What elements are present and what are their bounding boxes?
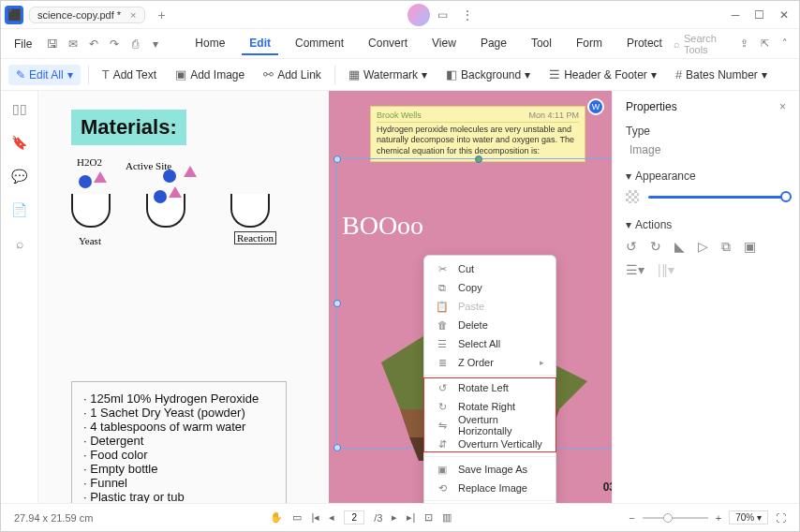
action-rotate-right-icon[interactable]: ↻ bbox=[650, 239, 661, 255]
ctx-rotate-right[interactable]: ↻Rotate Right bbox=[424, 397, 556, 416]
rotate-right-icon: ↻ bbox=[436, 401, 449, 413]
close-tab-icon[interactable]: × bbox=[130, 9, 136, 21]
label-yeast: Yeast bbox=[79, 235, 101, 246]
last-page-icon[interactable]: ▸| bbox=[407, 511, 415, 524]
tab-edit[interactable]: Edit bbox=[242, 33, 278, 55]
background-button[interactable]: ◧Background▾ bbox=[440, 64, 536, 85]
search-icon: ⌕ bbox=[674, 38, 680, 50]
tab-tool[interactable]: Tool bbox=[524, 33, 559, 55]
redo-icon[interactable]: ↷ bbox=[105, 35, 124, 53]
page-input[interactable] bbox=[344, 510, 364, 525]
bates-number-button[interactable]: #Bates Number▾ bbox=[670, 64, 773, 85]
sketch-diagram: H2O2 Active Site Yeast Reaction bbox=[71, 156, 287, 259]
actions-section[interactable]: ▾Actions bbox=[626, 218, 786, 231]
sticky-note[interactable]: Brook Wells Mon 4:11 PM Hydrogen peroxid… bbox=[370, 106, 585, 162]
document-canvas[interactable]: Materials: H2O2 Active Site Yeast Reacti… bbox=[38, 91, 612, 503]
chevron-down-icon: ▾ bbox=[626, 218, 631, 231]
comment-icon[interactable]: 💬 bbox=[11, 168, 28, 185]
collapse-ribbon-icon[interactable]: ˄ bbox=[777, 36, 793, 52]
ctx-paste: 📋Paste bbox=[424, 297, 556, 316]
more-icon[interactable]: ⋮ bbox=[456, 4, 479, 26]
search-pane-icon[interactable]: ⌕ bbox=[11, 235, 28, 252]
ctx-save-image[interactable]: ▣Save Image As bbox=[424, 460, 556, 479]
word-badge-icon[interactable]: W bbox=[587, 98, 604, 115]
document-tab[interactable]: science-copy.pdf * × bbox=[29, 7, 145, 23]
action-replace-icon[interactable]: ▣ bbox=[744, 239, 756, 255]
pencil-icon: ✎ bbox=[16, 68, 25, 81]
maximize-button[interactable]: ☐ bbox=[748, 4, 771, 26]
opacity-slider[interactable] bbox=[648, 196, 786, 199]
page-left-content: Materials: H2O2 Active Site Yeast Reacti… bbox=[71, 110, 287, 503]
tab-comment[interactable]: Comment bbox=[288, 33, 351, 55]
search-tools[interactable]: ⌕ Search Tools bbox=[674, 33, 722, 55]
bates-icon: # bbox=[675, 67, 682, 81]
tab-home[interactable]: Home bbox=[187, 33, 232, 55]
tab-page[interactable]: Page bbox=[473, 33, 514, 55]
minimize-button[interactable]: ─ bbox=[724, 4, 747, 26]
next-page-icon[interactable]: ▸ bbox=[392, 511, 397, 524]
zoom-value[interactable]: 70% ▾ bbox=[729, 510, 768, 525]
thumbnails-icon[interactable]: ▯▯ bbox=[11, 100, 28, 117]
select-tool-icon[interactable]: ▭ bbox=[292, 511, 302, 524]
menu-chevron-icon[interactable]: ▾ bbox=[146, 35, 165, 53]
ctx-overturn-h[interactable]: ⇋Overturn Horizontally bbox=[424, 416, 556, 435]
zoom-slider[interactable] bbox=[643, 517, 708, 519]
page-total: /3 bbox=[374, 512, 382, 524]
action-flip-h-icon[interactable]: ◣ bbox=[674, 239, 685, 255]
tab-convert[interactable]: Convert bbox=[361, 33, 415, 55]
prev-page-icon[interactable]: ◂ bbox=[329, 511, 334, 524]
tab-protect[interactable]: Protect bbox=[619, 33, 670, 55]
boo-text: BOOoo bbox=[342, 211, 423, 241]
tab-form[interactable]: Form bbox=[569, 33, 610, 55]
undo-icon[interactable]: ↶ bbox=[84, 35, 103, 53]
ctx-cut[interactable]: ✂Cut bbox=[424, 259, 556, 278]
add-link-button[interactable]: ⚯Add Link bbox=[258, 64, 327, 85]
file-menu[interactable]: File bbox=[7, 34, 39, 54]
header-icon: ☰ bbox=[549, 67, 560, 81]
search-placeholder: Search Tools bbox=[684, 33, 722, 55]
close-panel-icon[interactable]: × bbox=[779, 100, 786, 113]
ctx-copy[interactable]: ⧉Copy bbox=[424, 278, 556, 297]
rotate-left-icon: ↺ bbox=[436, 382, 449, 394]
fit-width-icon[interactable]: ⊡ bbox=[424, 511, 433, 524]
first-page-icon[interactable]: |◂ bbox=[311, 511, 319, 524]
mail-icon[interactable]: ✉ bbox=[64, 35, 82, 53]
avatar-icon[interactable] bbox=[407, 4, 430, 26]
edit-all-button[interactable]: ✎ Edit All ▾ bbox=[8, 65, 81, 85]
fit-page-icon[interactable]: ▥ bbox=[442, 511, 452, 524]
watermark-button[interactable]: ▦Watermark▾ bbox=[343, 64, 433, 85]
select-all-icon: ☰ bbox=[436, 338, 449, 350]
page-dimensions: 27.94 x 21.59 cm bbox=[14, 512, 93, 524]
bookmark-icon[interactable]: 🔖 bbox=[11, 134, 28, 151]
zoom-in-icon[interactable]: + bbox=[716, 512, 721, 524]
attachment-icon[interactable]: 📄 bbox=[11, 201, 28, 218]
ctx-z-order[interactable]: ≣Z Order▸ bbox=[424, 353, 556, 372]
tab-view[interactable]: View bbox=[424, 33, 464, 55]
add-image-button[interactable]: ▣Add Image bbox=[170, 64, 250, 85]
ctx-rotate-left[interactable]: ↺Rotate Left bbox=[424, 378, 556, 397]
print-icon[interactable]: ⎙ bbox=[126, 35, 144, 53]
ctx-replace-image[interactable]: ⟲Replace Image bbox=[424, 479, 556, 497]
add-text-button[interactable]: TAdd Text bbox=[96, 64, 162, 85]
ctx-delete[interactable]: 🗑Delete bbox=[424, 316, 556, 334]
header-footer-button[interactable]: ☰Header & Footer▾ bbox=[543, 64, 662, 85]
export-icon[interactable]: ⇪ bbox=[735, 36, 752, 52]
appearance-section[interactable]: ▾Appearance bbox=[626, 170, 786, 183]
text-icon: T bbox=[102, 67, 110, 81]
ctx-select-all[interactable]: ☰Select All bbox=[424, 334, 556, 353]
close-button[interactable]: ✕ bbox=[773, 4, 795, 26]
action-flip-v-icon[interactable]: ▷ bbox=[698, 239, 708, 255]
copy-icon: ⧉ bbox=[436, 282, 449, 294]
hand-tool-icon[interactable]: ✋ bbox=[270, 511, 283, 524]
zoom-out-icon[interactable]: − bbox=[629, 512, 634, 524]
action-crop-icon[interactable]: ⧉ bbox=[721, 239, 731, 255]
action-rotate-left-icon[interactable]: ↺ bbox=[626, 239, 637, 255]
save-icon[interactable]: 🖫 bbox=[43, 35, 62, 53]
fullscreen-icon[interactable]: ⛶ bbox=[776, 512, 786, 524]
new-tab-button[interactable]: + bbox=[153, 6, 171, 24]
share-icon[interactable]: ⇱ bbox=[756, 36, 773, 52]
ctx-overturn-v[interactable]: ⇵Overturn Vertically bbox=[424, 435, 556, 453]
align-menu-icon[interactable]: ☰▾ bbox=[626, 262, 644, 277]
label-h2o2: H2O2 bbox=[77, 156, 102, 168]
notes-icon[interactable]: ▭ bbox=[432, 4, 454, 26]
